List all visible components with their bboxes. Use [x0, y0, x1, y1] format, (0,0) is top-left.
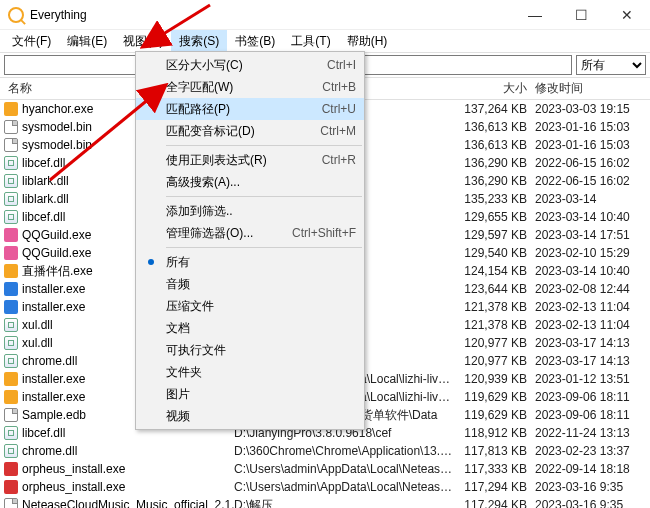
menu-item-label: 文档	[166, 320, 356, 337]
menu-item[interactable]: 音频	[136, 273, 364, 295]
menu-item[interactable]: 区分大小写(C)Ctrl+I	[136, 54, 364, 76]
cell-date: 2023-03-14	[535, 192, 650, 206]
file-name: orpheus_install.exe	[22, 480, 125, 494]
cell-size: 137,264 KB	[455, 102, 535, 116]
bullet-icon	[148, 259, 154, 265]
menu-item-shortcut: Ctrl+M	[320, 124, 356, 138]
cell-size: 129,655 KB	[455, 210, 535, 224]
menu-search[interactable]: 搜索(S)	[171, 30, 227, 53]
cell-date: 2022-09-14 18:18	[535, 462, 650, 476]
cell-size: 119,629 KB	[455, 408, 535, 422]
menu-edit[interactable]: 编辑(E)	[59, 30, 115, 53]
col-size[interactable]: 大小	[455, 80, 535, 97]
file-name: libcef.dll	[22, 210, 65, 224]
cell-size: 119,629 KB	[455, 390, 535, 404]
filter-select[interactable]: 所有	[576, 55, 646, 75]
menu-item-label: 所有	[166, 254, 356, 271]
menu-help[interactable]: 帮助(H)	[339, 30, 396, 53]
cell-date: 2023-03-16 9:35	[535, 498, 650, 508]
menu-item-shortcut: Ctrl+R	[322, 153, 356, 167]
menu-tools[interactable]: 工具(T)	[283, 30, 338, 53]
file-icon	[4, 210, 18, 224]
cell-size: 121,378 KB	[455, 300, 535, 314]
cell-date: 2023-01-16 15:03	[535, 138, 650, 152]
cell-size: 124,154 KB	[455, 264, 535, 278]
menu-item-label: 视频	[166, 408, 356, 425]
menu-item[interactable]: 匹配路径(P)Ctrl+U	[136, 98, 364, 120]
menu-separator	[166, 247, 362, 248]
maximize-button[interactable]: ☐	[558, 0, 604, 30]
cell-size: 136,613 KB	[455, 138, 535, 152]
cell-date: 2023-03-17 14:13	[535, 336, 650, 350]
menu-item[interactable]: 可执行文件	[136, 339, 364, 361]
file-name: chrome.dll	[22, 444, 77, 458]
menu-item-label: 音频	[166, 276, 356, 293]
menu-item[interactable]: 匹配变音标记(D)Ctrl+M	[136, 120, 364, 142]
cell-path: C:\Users\admin\AppData\Local\Netease\...	[234, 462, 455, 476]
menu-item[interactable]: 高级搜索(A)...	[136, 171, 364, 193]
menu-view[interactable]: 视图(V)	[115, 30, 171, 53]
cell-size: 121,378 KB	[455, 318, 535, 332]
file-name: installer.exe	[22, 390, 85, 404]
menu-item[interactable]: 图片	[136, 383, 364, 405]
menu-item-label: 高级搜索(A)...	[166, 174, 356, 191]
cell-date: 2023-03-14 10:40	[535, 210, 650, 224]
menu-item[interactable]: 压缩文件	[136, 295, 364, 317]
file-name: QQGuild.exe	[22, 246, 91, 260]
cell-date: 2023-09-06 18:11	[535, 390, 650, 404]
menu-item-label: 图片	[166, 386, 356, 403]
menu-item-label: 文件夹	[166, 364, 356, 381]
cell-size: 118,912 KB	[455, 426, 535, 440]
file-name: hyanchor.exe	[22, 102, 93, 116]
cell-date: 2023-03-14 17:51	[535, 228, 650, 242]
cell-date: 2023-02-23 13:37	[535, 444, 650, 458]
cell-date: 2023-02-13 11:04	[535, 318, 650, 332]
cell-date: 2023-01-12 13:51	[535, 372, 650, 386]
table-row[interactable]: orpheus_install.exeC:\Users\admin\AppDat…	[0, 460, 650, 478]
menu-item-label: 添加到筛选..	[166, 203, 356, 220]
cell-size: 117,333 KB	[455, 462, 535, 476]
cell-date: 2023-02-08 12:44	[535, 282, 650, 296]
cell-size: 136,290 KB	[455, 174, 535, 188]
menu-file[interactable]: 文件(F)	[4, 30, 59, 53]
cell-date: 2023-09-06 18:11	[535, 408, 650, 422]
cell-name: chrome.dll	[4, 444, 234, 458]
titlebar: Everything — ☐ ✕	[0, 0, 650, 30]
menu-item[interactable]: 所有	[136, 251, 364, 273]
menu-item[interactable]: 文件夹	[136, 361, 364, 383]
menu-item-label: 全字匹配(W)	[166, 79, 314, 96]
menu-item-label: 使用正则表达式(R)	[166, 152, 314, 169]
menu-item[interactable]: 全字匹配(W)Ctrl+B	[136, 76, 364, 98]
file-name: orpheus_install.exe	[22, 462, 125, 476]
menu-item[interactable]: 使用正则表达式(R)Ctrl+R	[136, 149, 364, 171]
menu-item[interactable]: 视频	[136, 405, 364, 427]
file-name: 直播伴侣.exe	[22, 263, 93, 280]
menubar: 文件(F) 编辑(E) 视图(V) 搜索(S) 书签(B) 工具(T) 帮助(H…	[0, 30, 650, 52]
cell-size: 136,290 KB	[455, 156, 535, 170]
menu-item-label: 匹配路径(P)	[166, 101, 314, 118]
cell-size: 129,597 KB	[455, 228, 535, 242]
file-name: libcef.dll	[22, 426, 65, 440]
table-row[interactable]: NeteaseCloudMusic_Music_official_2.1...D…	[0, 496, 650, 508]
close-button[interactable]: ✕	[604, 0, 650, 30]
menu-item-label: 管理筛选器(O)...	[166, 225, 284, 242]
file-name: liblark.dll	[22, 174, 69, 188]
file-name: chrome.dll	[22, 354, 77, 368]
menu-item[interactable]: 文档	[136, 317, 364, 339]
file-name: sysmodel.bin	[22, 138, 92, 152]
menu-item-label: 压缩文件	[166, 298, 356, 315]
file-name: QQGuild.exe	[22, 228, 91, 242]
table-row[interactable]: chrome.dllD:\360Chrome\Chrome\Applicatio…	[0, 442, 650, 460]
file-name: installer.exe	[22, 372, 85, 386]
cell-path: D:\解压	[234, 497, 455, 509]
minimize-button[interactable]: —	[512, 0, 558, 30]
table-row[interactable]: orpheus_install.exeC:\Users\admin\AppDat…	[0, 478, 650, 496]
search-menu-dropdown: 区分大小写(C)Ctrl+I全字匹配(W)Ctrl+B匹配路径(P)Ctrl+U…	[135, 51, 365, 430]
menu-bookmarks[interactable]: 书签(B)	[227, 30, 283, 53]
menu-item[interactable]: 管理筛选器(O)...Ctrl+Shift+F	[136, 222, 364, 244]
col-date[interactable]: 修改时间	[535, 80, 650, 97]
cell-size: 123,644 KB	[455, 282, 535, 296]
menu-item[interactable]: 添加到筛选..	[136, 200, 364, 222]
file-name: libcef.dll	[22, 156, 65, 170]
menu-item-label: 可执行文件	[166, 342, 356, 359]
